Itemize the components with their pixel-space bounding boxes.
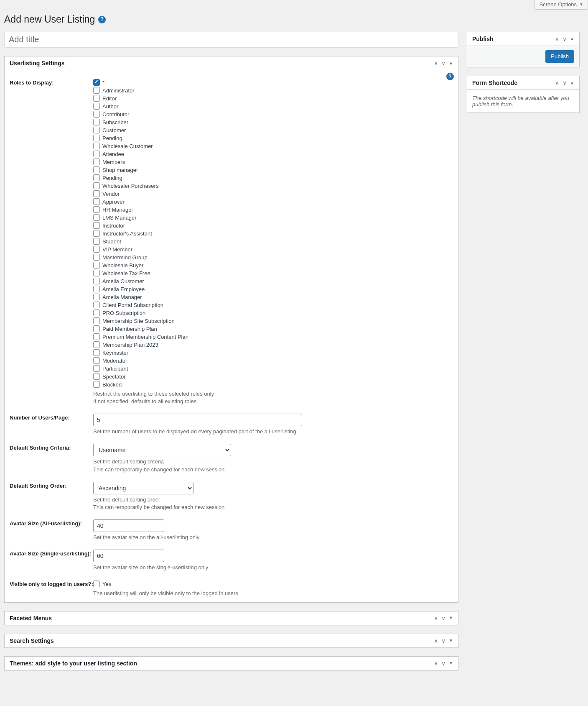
panel-move-up[interactable]: ∧: [553, 79, 561, 87]
role-checkbox[interactable]: [93, 151, 100, 157]
role-checkbox-row[interactable]: Client Portal Subscription: [93, 301, 453, 309]
panel-toggle[interactable]: ▼: [447, 615, 455, 621]
role-checkbox-row[interactable]: Membership Plan 2023: [93, 341, 453, 349]
role-checkbox-row[interactable]: HR Manager: [93, 206, 453, 214]
role-checkbox[interactable]: [93, 95, 100, 102]
help-icon[interactable]: ?: [98, 16, 106, 23]
role-checkbox[interactable]: [93, 119, 100, 125]
role-checkbox-row[interactable]: Wholesale Customer: [93, 142, 453, 150]
role-checkbox-row[interactable]: Paid Membership Plan: [93, 325, 453, 333]
role-checkbox-row[interactable]: Instructor's Assistant: [93, 230, 453, 238]
role-checkbox[interactable]: [93, 357, 100, 364]
publish-button[interactable]: Publish: [545, 50, 574, 63]
avatar-single-input[interactable]: [93, 550, 164, 562]
role-checkbox-row[interactable]: Attendee: [93, 150, 453, 158]
panel-move-down[interactable]: ∨: [440, 614, 447, 622]
screen-options-button[interactable]: Screen Options ▼: [535, 0, 588, 10]
role-checkbox[interactable]: [93, 103, 100, 110]
panel-move-down[interactable]: ∨: [440, 59, 447, 67]
role-checkbox-row[interactable]: Wholesaler Purchasers: [93, 182, 453, 190]
role-checkbox[interactable]: [93, 174, 100, 181]
panel-move-down[interactable]: ∨: [440, 660, 447, 667]
role-checkbox-row[interactable]: Amelia Customer: [93, 277, 453, 285]
role-checkbox[interactable]: [93, 143, 100, 149]
role-checkbox-row[interactable]: Participant: [93, 365, 453, 373]
role-checkbox-row[interactable]: Pending: [93, 134, 453, 142]
role-checkbox[interactable]: [93, 341, 100, 348]
role-checkbox[interactable]: [93, 238, 100, 245]
role-checkbox-row[interactable]: Vendor: [93, 190, 453, 198]
panel-move-down[interactable]: ∨: [561, 79, 568, 87]
role-checkbox-row[interactable]: Shop manager: [93, 166, 453, 174]
role-checkbox-row[interactable]: Blocked: [93, 381, 453, 389]
role-checkbox-row[interactable]: Amelia Manager: [93, 293, 453, 301]
panel-toggle[interactable]: ▲: [568, 79, 576, 86]
panel-toggle[interactable]: ▼: [447, 637, 455, 644]
role-checkbox[interactable]: [93, 365, 100, 372]
role-checkbox[interactable]: [93, 262, 100, 269]
role-checkbox[interactable]: [93, 286, 100, 292]
role-checkbox[interactable]: [93, 310, 100, 316]
role-checkbox[interactable]: [93, 159, 100, 165]
role-checkbox[interactable]: [93, 166, 100, 173]
role-checkbox[interactable]: [93, 333, 100, 340]
role-checkbox[interactable]: [93, 87, 100, 94]
role-checkbox[interactable]: [93, 349, 100, 356]
panel-move-up[interactable]: ∧: [432, 637, 440, 645]
role-checkbox[interactable]: [93, 135, 100, 141]
role-checkbox[interactable]: [93, 278, 100, 284]
role-checkbox[interactable]: [93, 190, 100, 197]
role-checkbox-row[interactable]: Approver: [93, 198, 453, 206]
panel-move-up[interactable]: ∧: [432, 614, 440, 622]
role-checkbox[interactable]: [93, 206, 100, 213]
role-checkbox-row[interactable]: Subscriber: [93, 118, 453, 126]
role-checkbox[interactable]: [93, 222, 100, 229]
role-checkbox[interactable]: [93, 230, 100, 237]
role-checkbox-row[interactable]: Administrator: [93, 87, 453, 95]
role-checkbox[interactable]: [93, 381, 100, 388]
role-checkbox-row[interactable]: Amelia Employee: [93, 285, 453, 293]
role-checkbox-row[interactable]: Wholesale Tax Free: [93, 269, 453, 277]
role-checkbox-row[interactable]: Members: [93, 158, 453, 166]
role-checkbox[interactable]: [93, 182, 100, 189]
panel-toggle[interactable]: ▲: [447, 60, 455, 66]
panel-move-down[interactable]: ∨: [561, 35, 568, 43]
panel-move-up[interactable]: ∧: [432, 660, 440, 667]
role-checkbox[interactable]: [93, 127, 100, 133]
role-checkbox[interactable]: [93, 254, 100, 261]
role-checkbox-row[interactable]: Student: [93, 238, 453, 246]
help-icon[interactable]: ?: [446, 73, 454, 80]
visible-logged-checkbox[interactable]: [93, 581, 100, 587]
role-checkbox[interactable]: [93, 246, 100, 253]
role-checkbox[interactable]: [93, 79, 100, 86]
panel-move-down[interactable]: ∨: [440, 637, 447, 645]
role-checkbox-row[interactable]: VIP Member: [93, 246, 453, 253]
role-checkbox-row[interactable]: Spectator: [93, 373, 453, 381]
role-checkbox[interactable]: [93, 198, 100, 205]
role-checkbox-row[interactable]: PRO Subscription: [93, 309, 453, 317]
sort-order-select[interactable]: Ascending: [93, 482, 193, 494]
role-checkbox-row[interactable]: Author: [93, 102, 453, 110]
role-checkbox[interactable]: [93, 270, 100, 276]
role-checkbox-row[interactable]: Moderator: [93, 357, 453, 365]
role-checkbox-row[interactable]: Premium Membership Content Plan: [93, 333, 453, 341]
role-checkbox-row[interactable]: Membership Site Subscription: [93, 317, 453, 325]
role-checkbox-row[interactable]: Customer: [93, 126, 453, 134]
role-checkbox-row[interactable]: *: [93, 79, 453, 87]
title-input[interactable]: [4, 32, 458, 48]
panel-move-up[interactable]: ∧: [553, 35, 561, 43]
role-checkbox[interactable]: [93, 325, 100, 332]
panel-toggle[interactable]: ▼: [447, 660, 455, 666]
panel-move-up[interactable]: ∧: [432, 59, 440, 67]
role-checkbox[interactable]: [93, 294, 100, 300]
role-checkbox-row[interactable]: Contributor: [93, 110, 453, 118]
role-checkbox-row[interactable]: Editor: [93, 95, 453, 102]
role-checkbox-row[interactable]: Mastermind Group: [93, 253, 453, 261]
role-checkbox[interactable]: [93, 317, 100, 324]
avatar-all-input[interactable]: [93, 519, 164, 532]
role-checkbox[interactable]: [93, 302, 100, 308]
panel-toggle[interactable]: ▲: [568, 36, 576, 42]
sort-criteria-select[interactable]: Username: [93, 444, 231, 456]
role-checkbox[interactable]: [93, 214, 100, 221]
role-checkbox-row[interactable]: Instructor: [93, 222, 453, 230]
